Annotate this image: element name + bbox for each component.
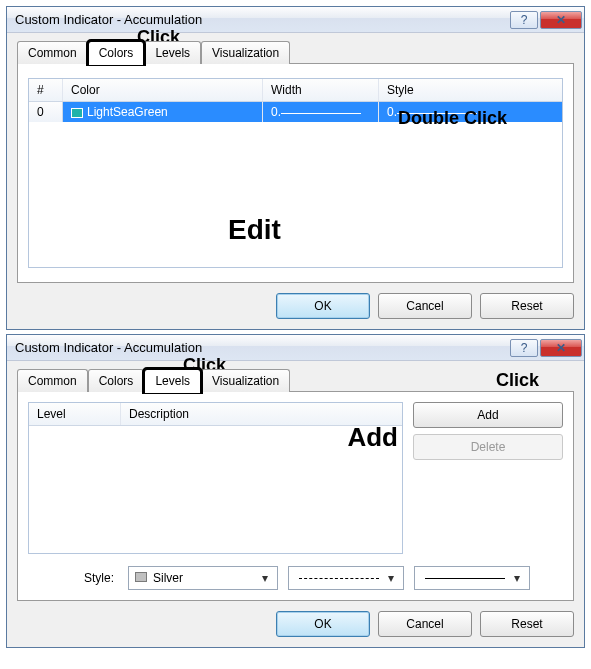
line-style-icon xyxy=(397,110,477,116)
dialog-levels: Custom Indicator - Accumulation ? ✕ Clic… xyxy=(6,334,585,648)
solid-preview-icon xyxy=(425,578,505,579)
style-color-value: Silver xyxy=(153,571,183,585)
col-idx-header[interactable]: # xyxy=(29,79,63,101)
col-level-header[interactable]: Level xyxy=(29,403,121,425)
tabs: Common Colors Levels Visualization xyxy=(17,41,574,64)
row-style-prefix: 0. xyxy=(387,105,397,119)
colors-list-row[interactable]: 0 LightSeaGreen 0. 0. xyxy=(29,102,562,122)
levels-list[interactable]: Level Description Add xyxy=(28,402,403,554)
cancel-button[interactable]: Cancel xyxy=(378,293,472,319)
cancel-button[interactable]: Cancel xyxy=(378,611,472,637)
row-color-cell[interactable]: LightSeaGreen xyxy=(63,102,263,122)
titlebar[interactable]: Custom Indicator - Accumulation ? ✕ xyxy=(7,335,584,361)
levels-list-empty: Add xyxy=(29,426,402,553)
style-width-combo[interactable]: ▾ xyxy=(414,566,530,590)
col-color-header[interactable]: Color xyxy=(63,79,263,101)
levels-side-buttons: Add Delete xyxy=(413,402,563,554)
row-width-cell[interactable]: 0. xyxy=(263,102,379,122)
col-width-header[interactable]: Width xyxy=(263,79,379,101)
tab-common[interactable]: Common xyxy=(17,369,88,392)
chevron-down-icon: ▾ xyxy=(509,571,525,585)
tab-visualization[interactable]: Visualization xyxy=(201,369,290,392)
titlebar[interactable]: Custom Indicator - Accumulation ? ✕ xyxy=(7,7,584,33)
reset-button[interactable]: Reset xyxy=(480,293,574,319)
list-empty-area xyxy=(29,122,562,262)
style-label: Style: xyxy=(28,571,118,585)
col-style-header[interactable]: Style xyxy=(379,79,562,101)
row-style-cell[interactable]: 0. xyxy=(379,102,562,122)
delete-button: Delete xyxy=(413,434,563,460)
style-color-combo[interactable]: Silver ▾ xyxy=(128,566,278,590)
colors-list-header: # Color Width Style xyxy=(29,79,562,102)
chevron-down-icon: ▾ xyxy=(383,571,399,585)
tab-visualization[interactable]: Visualization xyxy=(201,41,290,64)
dialog-buttons: OK Cancel Reset xyxy=(17,611,574,637)
tab-colors[interactable]: Colors xyxy=(88,41,145,64)
ok-button[interactable]: OK xyxy=(276,611,370,637)
tab-colors[interactable]: Colors xyxy=(88,369,145,392)
row-width-prefix: 0. xyxy=(271,105,281,119)
style-dash-combo[interactable]: ▾ xyxy=(288,566,404,590)
dash-preview-icon xyxy=(299,578,379,579)
line-width-icon xyxy=(281,110,361,116)
color-swatch-icon xyxy=(71,108,83,118)
reset-button[interactable]: Reset xyxy=(480,611,574,637)
close-button[interactable]: ✕ xyxy=(540,339,582,357)
window-title: Custom Indicator - Accumulation xyxy=(15,12,510,27)
row-idx: 0 xyxy=(29,102,63,122)
ok-button[interactable]: OK xyxy=(276,293,370,319)
row-color-name: LightSeaGreen xyxy=(87,105,168,119)
help-button[interactable]: ? xyxy=(510,339,538,357)
silver-swatch-icon xyxy=(135,572,147,582)
chevron-down-icon: ▾ xyxy=(257,571,273,585)
add-button[interactable]: Add xyxy=(413,402,563,428)
tab-levels[interactable]: Levels xyxy=(144,369,201,392)
tab-panel-colors: # Color Width Style 0 LightSeaGreen 0. 0… xyxy=(17,63,574,283)
dialog-colors: Custom Indicator - Accumulation ? ✕ Clic… xyxy=(6,6,585,330)
tab-levels[interactable]: Levels xyxy=(144,41,201,64)
window-title: Custom Indicator - Accumulation xyxy=(15,340,510,355)
style-row: Style: Silver ▾ ▾ ▾ xyxy=(28,566,563,590)
tab-common[interactable]: Common xyxy=(17,41,88,64)
help-button[interactable]: ? xyxy=(510,11,538,29)
levels-list-header: Level Description xyxy=(29,403,402,426)
col-description-header[interactable]: Description xyxy=(121,403,402,425)
colors-list[interactable]: # Color Width Style 0 LightSeaGreen 0. 0… xyxy=(28,78,563,268)
tabs: Common Colors Levels Visualization xyxy=(17,369,574,392)
dialog-buttons: OK Cancel Reset xyxy=(17,293,574,319)
close-button[interactable]: ✕ xyxy=(540,11,582,29)
annotation-add-big: Add xyxy=(347,422,398,453)
tab-panel-levels: Click Level Description Add Add Delete xyxy=(17,391,574,601)
